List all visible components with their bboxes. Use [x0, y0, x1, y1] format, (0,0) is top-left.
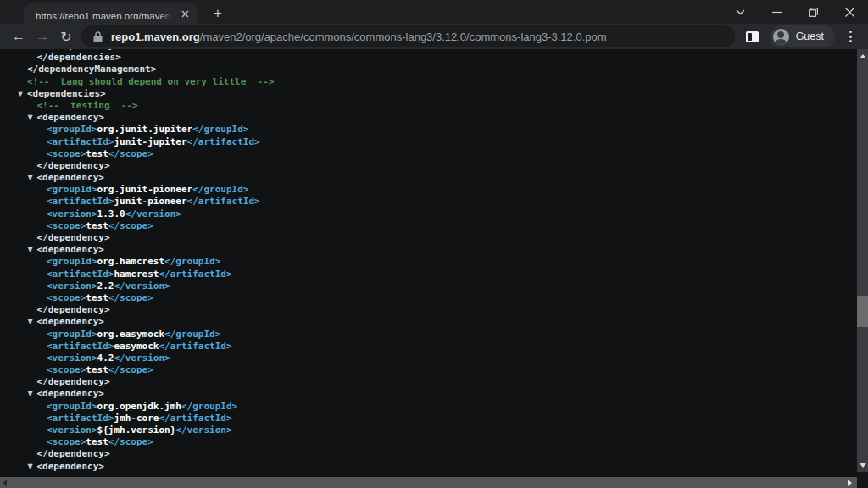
- scroll-left-icon[interactable]: [3, 480, 7, 486]
- xml-text: 2.2: [97, 280, 114, 291]
- xml-tag: </scope>: [108, 436, 153, 447]
- xml-tag: <scope>: [47, 292, 86, 303]
- tab-close-icon[interactable]: [178, 7, 192, 20]
- xml-tag: </scope>: [108, 148, 153, 159]
- xml-text: test: [86, 364, 108, 375]
- xml-tag: </dependency>: [37, 232, 110, 243]
- xml-tag: <version>: [47, 280, 97, 291]
- xml-text: junit-jupiter: [114, 136, 186, 147]
- xml-tag: <groupId>: [47, 256, 97, 267]
- xml-line: <version>1.3.0</version>: [0, 208, 868, 220]
- collapse-arrow-icon[interactable]: ▼: [28, 316, 37, 328]
- xml-line: <scope>test</scope>: [0, 364, 868, 376]
- restore-button[interactable]: [795, 0, 832, 24]
- xml-line: </dependency>: [0, 448, 868, 460]
- side-panel-button[interactable]: [740, 25, 765, 48]
- xml-text: jmh-core: [114, 413, 159, 424]
- profile-button[interactable]: Guest: [770, 25, 835, 47]
- xml-text: test: [86, 292, 108, 303]
- xml-line: ▼<dependency>: [0, 461, 868, 473]
- xml-tag: </dependencies>: [37, 52, 121, 63]
- scroll-down-icon[interactable]: [860, 463, 866, 468]
- xml-line: ▼<dependencies>: [0, 88, 868, 100]
- minimize-button[interactable]: [759, 0, 795, 24]
- xml-tag: </scope>: [108, 292, 153, 303]
- collapse-arrow-icon[interactable]: ▼: [28, 461, 37, 473]
- xml-tag: <artifactId>: [47, 196, 114, 207]
- xml-line: ▼<dependency>: [0, 388, 868, 400]
- horizontal-scrollbar[interactable]: [0, 477, 857, 488]
- xml-tag: </artifactId>: [159, 413, 231, 424]
- xml-tag: </groupId>: [181, 401, 237, 412]
- xml-line: ▼<dependency>: [0, 244, 868, 256]
- browser-toolbar: ← → ↻ repo1.maven.org/maven2/org/apache/…: [0, 24, 868, 49]
- url-bar[interactable]: repo1.maven.org/maven2/org/apache/common…: [81, 25, 735, 47]
- xml-line: <groupId>org.junit.jupiter</groupId>: [0, 124, 868, 136]
- xml-line: ▼<dependency>: [0, 316, 868, 328]
- xml-tag: <version>: [47, 208, 97, 219]
- xml-tag: </artifactId>: [187, 136, 260, 147]
- xml-tag: </scope>: [108, 220, 153, 231]
- xml-text: 1.3.0: [97, 208, 125, 219]
- xml-line: <scope>test</scope>: [0, 292, 868, 304]
- xml-text: org.junit-pioneer: [97, 184, 193, 195]
- xml-line: <version>2.2</version>: [0, 280, 868, 292]
- back-icon[interactable]: ←: [7, 25, 31, 48]
- tab-strip: https://repo1.maven.org/maven2 +: [0, 0, 868, 24]
- xml-document: </dependency></dependencies></dependency…: [0, 49, 868, 473]
- collapse-arrow-icon[interactable]: ▼: [28, 172, 37, 184]
- xml-tag: <dependency>: [37, 172, 104, 183]
- xml-tag: </version>: [114, 352, 170, 363]
- xml-tag: <groupId>: [47, 184, 97, 195]
- reload-icon[interactable]: ↻: [54, 25, 78, 48]
- scroll-right-icon[interactable]: [848, 480, 852, 486]
- xml-tag: </artifactId>: [159, 341, 231, 352]
- window-controls: [722, 0, 868, 24]
- xml-line: <version>${jmh.version}</version>: [0, 424, 868, 436]
- collapse-arrow-icon[interactable]: ▼: [18, 88, 27, 100]
- xml-tag: <artifactId>: [47, 269, 114, 280]
- xml-text: test: [86, 148, 108, 159]
- forward-icon[interactable]: →: [31, 25, 54, 48]
- xml-line: </dependency>: [0, 376, 868, 388]
- xml-line: </dependencies>: [0, 52, 868, 64]
- xml-tag: <scope>: [47, 436, 86, 447]
- xml-tag: <groupId>: [47, 401, 97, 412]
- collapse-arrow-icon[interactable]: ▼: [28, 244, 37, 256]
- xml-tag: </artifactId>: [187, 196, 260, 207]
- collapse-arrow-icon[interactable]: ▼: [28, 388, 37, 400]
- xml-tag: </version>: [125, 208, 181, 219]
- xml-tag: </dependency>: [47, 49, 120, 51]
- new-tab-button[interactable]: +: [207, 3, 229, 24]
- xml-tag: </dependency>: [37, 304, 110, 315]
- browser-tab[interactable]: https://repo1.maven.org/maven2: [24, 3, 198, 24]
- side-panel-icon: [746, 31, 759, 42]
- xml-line: <artifactId>jmh-core</artifactId>: [0, 413, 868, 424]
- xml-tag: <version>: [47, 424, 97, 435]
- xml-text: org.junit.jupiter: [97, 124, 193, 135]
- lock-icon: [93, 31, 103, 42]
- xml-tag: <dependencies>: [27, 88, 106, 99]
- scroll-up-icon[interactable]: [860, 54, 866, 58]
- close-window-button[interactable]: [832, 0, 868, 24]
- xml-line: <groupId>org.hamcrest</groupId>: [0, 256, 868, 268]
- xml-tag: <dependency>: [37, 244, 104, 255]
- xml-tag: <dependency>: [37, 316, 104, 327]
- vertical-scrollbar[interactable]: [857, 49, 868, 472]
- tab-search-chevron-icon[interactable]: [722, 0, 759, 24]
- xml-line: <version>4.2</version>: [0, 352, 868, 364]
- xml-line: <scope>test</scope>: [0, 220, 868, 232]
- xml-tag: </dependencyManagement>: [27, 64, 156, 75]
- xml-tag: <version>: [47, 352, 97, 363]
- xml-text: easymock: [114, 341, 159, 352]
- vertical-scrollbar-thumb[interactable]: [857, 296, 868, 327]
- xml-tag: </artifactId>: [159, 269, 231, 280]
- xml-line: </dependencyManagement>: [0, 64, 868, 75]
- menu-dots-icon[interactable]: [839, 25, 861, 48]
- collapse-arrow-icon[interactable]: ▼: [28, 112, 37, 124]
- xml-line: </dependency>: [0, 232, 868, 244]
- xml-tag: </groupId>: [164, 256, 220, 267]
- xml-text: test: [86, 220, 108, 231]
- xml-line: </dependency>: [0, 304, 868, 316]
- xml-line: <artifactId>easymock</artifactId>: [0, 341, 868, 352]
